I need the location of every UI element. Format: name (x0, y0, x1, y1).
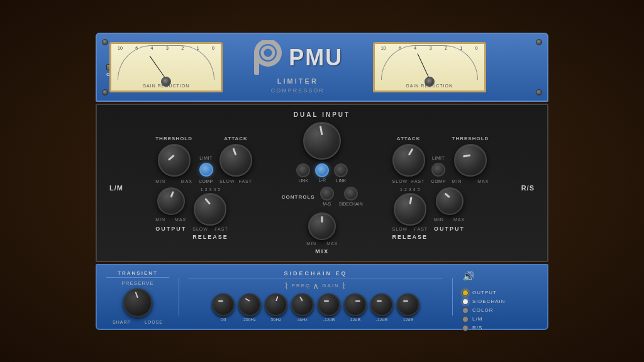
right-threshold-knob[interactable] (454, 144, 487, 177)
right-threshold-label: THRESHOLD (452, 136, 489, 141)
center-controls: LINK L-R LINK CONTROLS (281, 122, 363, 255)
right-release-knob[interactable] (394, 193, 426, 226)
eq-knob-3[interactable] (265, 293, 287, 316)
left-attack-knob[interactable] (219, 144, 252, 177)
eq-knob-4khz: 4kHz (291, 293, 314, 322)
left-release-knob[interactable] (194, 193, 226, 226)
logo: PMU LIMITER COMPRESSOR (252, 40, 343, 94)
eq-label-8: 12dB (403, 317, 413, 322)
left-release-scale: 12345 (201, 187, 221, 192)
svg-point-1 (262, 47, 274, 58)
eq-knob-m12db-2: -12dB (370, 293, 393, 322)
device: IN OUT 10643210 GAIN REDUCTION (96, 33, 548, 330)
left-threshold-knob[interactable] (158, 144, 191, 177)
color-row[interactable]: COLOR (462, 307, 538, 314)
logo-pmu: PMU (252, 40, 343, 75)
color-monitor-label: COLOR (472, 307, 493, 313)
vu-arc-right (381, 45, 478, 80)
vu-meter-left: 10643210 GAIN REDUCTION (109, 42, 223, 92)
screw-tl (102, 39, 108, 45)
eq-knob-off: Off (212, 293, 235, 322)
rs-led[interactable] (462, 325, 469, 331)
left-limit-comp: LIMIT COMP (199, 156, 213, 184)
eq-knob-1[interactable] (212, 293, 235, 316)
eq-label-1: Off (220, 317, 226, 322)
svg-point-0 (257, 41, 279, 64)
left-release-slowfast: SLOW FAST (192, 227, 228, 231)
separator-2 (452, 278, 453, 315)
ms-button[interactable] (320, 187, 334, 200)
left-limit-toggle[interactable] (199, 163, 213, 177)
lm-label: L/M (106, 184, 126, 192)
right-limit-comp: LIMIT COMP (431, 156, 446, 184)
color-led[interactable] (462, 307, 469, 314)
screw-tr (536, 39, 542, 45)
right-attack-knob[interactable] (392, 144, 425, 177)
controls-section: DUAL INPUT L/M THRESHOLD (96, 104, 548, 262)
vu-arc-left (118, 45, 214, 80)
sidechain-label: SIDECHAIN (339, 202, 363, 206)
p-logo-icon (252, 40, 284, 75)
eq-knob-7[interactable] (370, 293, 393, 316)
lm-monitor-label: L/M (472, 316, 482, 322)
eq-knob-p12db: 12dB (344, 293, 367, 322)
left-limit-label: LIMIT (199, 156, 212, 160)
left-threshold-label: THRESHOLD (155, 136, 192, 141)
eq-bump-icon: ∧ (313, 281, 320, 291)
left-top-row: THRESHOLD MIN MAX LIMIT (155, 136, 252, 184)
lm-row[interactable]: L/M (462, 316, 538, 322)
right-limit-toggle[interactable] (431, 163, 445, 177)
link-left-button[interactable] (296, 163, 310, 177)
left-output-knob[interactable] (157, 187, 185, 215)
mix-knob-group: MIN MAX MIX (306, 212, 338, 255)
eq-label-5: -12dB (323, 317, 335, 322)
monitor-section: 🔊 OUTPUT SIDECHAIN COLOR L/M (462, 270, 538, 331)
right-release-group: 12345 SLOW FAST RELEASE (392, 187, 428, 240)
lr-button[interactable] (315, 163, 329, 177)
freq-label: FREQ (292, 283, 311, 288)
link-right-label: LINK (336, 178, 347, 183)
controls-ms-row: CONTROLS M-S SIDECHAIN (282, 187, 363, 206)
rs-monitor-label: R/S (472, 325, 482, 331)
sidechain-row[interactable]: SIDECHAIN (462, 299, 538, 305)
sidechain-eq-title: SIDECHAIN EQ (189, 270, 443, 278)
right-threshold-minmax: MIN MAX (452, 179, 489, 184)
link-right-button[interactable] (334, 163, 348, 177)
sidechain-led[interactable] (462, 299, 469, 305)
eq-knob-2[interactable] (238, 293, 261, 316)
right-bottom-row: 12345 SLOW FAST RELEASE (392, 187, 489, 240)
right-output-group: MIN MAX OUTPUT (434, 187, 465, 232)
dual-input-knob[interactable] (303, 122, 341, 160)
mix-knob[interactable] (308, 212, 336, 240)
eq-knob-5[interactable] (318, 293, 340, 316)
right-output-knob[interactable] (436, 187, 464, 215)
eq-label-4: 4kHz (297, 317, 308, 322)
eq-label-2: 200Hz (243, 317, 256, 322)
transient-knob[interactable] (123, 288, 152, 317)
eq-knob-m12db-3: 12dB (397, 293, 419, 322)
bottom-section: TRANSIENT PRESERVE SHARP LOOSE SIDECHAIN… (96, 264, 548, 330)
eq-knob-6[interactable] (344, 293, 367, 316)
output-row[interactable]: OUTPUT (462, 290, 538, 296)
rs-row[interactable]: R/S (462, 325, 538, 331)
controls-grid: L/M THRESHOLD MIN MAX (106, 122, 538, 255)
eq-knob-8[interactable] (397, 293, 419, 316)
output-led[interactable] (462, 290, 469, 296)
sidechain-button[interactable] (344, 187, 358, 200)
left-release-label: RELEASE (192, 234, 228, 240)
right-threshold-group: THRESHOLD MIN MAX (452, 136, 489, 184)
lm-led[interactable] (462, 316, 469, 322)
right-release-label: RELEASE (392, 234, 428, 240)
lr-group: L-R (315, 163, 329, 182)
eq-label-7: -12dB (376, 317, 388, 322)
right-link-toggle: LINK (334, 163, 348, 183)
vu-meter-right: 10643210 GAIN REDUCTION (373, 42, 486, 92)
eq-knob-4[interactable] (291, 293, 314, 316)
eq-lowshelf-icon: ⌇ (284, 281, 290, 291)
mix-label: MIX (315, 248, 329, 255)
dual-input-knob-group (303, 122, 341, 160)
lr-label: L-R (319, 178, 326, 182)
brand-name: PMU (289, 45, 343, 71)
right-top-row: ATTACK SLOW FAST LIMIT (392, 136, 489, 184)
preserve-label: PRESERVE (121, 280, 153, 286)
